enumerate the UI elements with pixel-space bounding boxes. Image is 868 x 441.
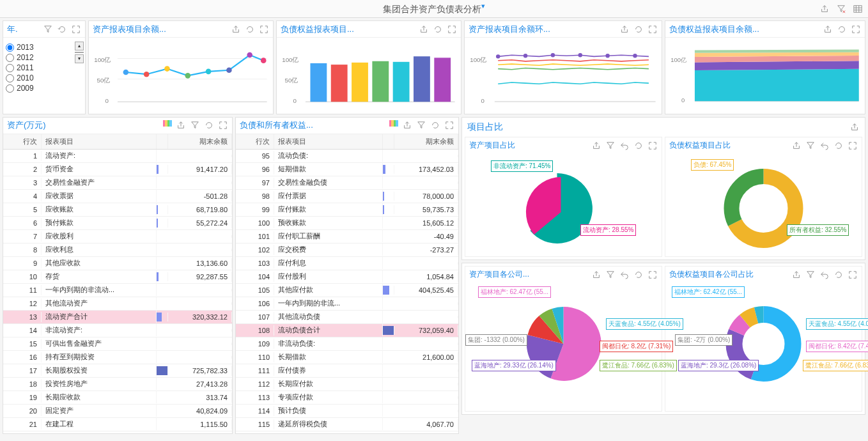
table-row[interactable]: 107其他流动负债 — [236, 311, 458, 324]
export-icon[interactable] — [849, 122, 860, 132]
refresh-icon[interactable] — [833, 270, 844, 280]
scroll-down-icon[interactable]: ▾ — [75, 54, 84, 63]
filter-icon[interactable] — [605, 141, 616, 151]
expand-icon[interactable] — [447, 24, 457, 35]
year-radio[interactable] — [6, 54, 14, 62]
table-row[interactable]: 15可供出售金融资产 — [3, 337, 232, 351]
expand-icon[interactable] — [259, 24, 269, 35]
table-row[interactable]: 20固定资产40,824.09 — [3, 405, 232, 418]
export-icon[interactable] — [231, 24, 241, 35]
expand-icon[interactable] — [647, 141, 658, 151]
export-icon[interactable] — [823, 24, 833, 35]
refresh-icon[interactable] — [633, 270, 644, 280]
year-scrollbar[interactable]: ▴ ▾ — [75, 42, 84, 63]
table-row[interactable]: 111应付债券 — [236, 364, 458, 378]
export-icon[interactable] — [402, 120, 412, 130]
expand-icon[interactable] — [647, 270, 658, 280]
table-row[interactable]: 16持有至到期投资 — [3, 351, 232, 364]
table-row[interactable]: 101应付职工薪酬-40.49 — [236, 230, 458, 244]
year-option-2009[interactable]: 2009 — [6, 84, 82, 93]
export-icon[interactable] — [591, 270, 601, 280]
year-option-2013[interactable]: 2013 — [6, 43, 82, 52]
table-row[interactable]: 106一年内到期的非流... — [236, 297, 458, 311]
year-radio[interactable] — [6, 64, 14, 72]
table-row[interactable]: 104应付股利1,054.84 — [236, 270, 458, 284]
export-icon[interactable] — [591, 141, 601, 151]
table-row[interactable]: 5应收账款68,719.80 — [3, 203, 232, 217]
export-icon[interactable] — [176, 120, 186, 130]
filter-icon[interactable] — [43, 24, 53, 35]
table-row[interactable]: 114预计负债 — [236, 405, 458, 418]
table-row[interactable]: 17长期股权投资725,782.33 — [3, 364, 232, 378]
expand-icon[interactable] — [444, 120, 454, 130]
col-item[interactable]: 报表项目 — [274, 134, 383, 149]
table-row[interactable]: 21在建工程1,115.50 — [3, 418, 232, 431]
table-row[interactable]: 99应付账款59,735.73 — [236, 203, 458, 217]
table-row[interactable]: 105其他应付款404,525.45 — [236, 284, 458, 297]
columns-icon[interactable] — [163, 120, 172, 127]
col-index[interactable]: 行次 — [3, 134, 42, 149]
refresh-icon[interactable] — [633, 141, 644, 151]
table-row[interactable]: 10存货92,287.55 — [3, 270, 232, 284]
refresh-icon[interactable] — [245, 24, 255, 35]
table-row[interactable]: 103应付利息 — [236, 257, 458, 270]
table-row[interactable]: 102应交税费-273.27 — [236, 244, 458, 257]
table-row[interactable]: 100预收账款15,605.12 — [236, 217, 458, 230]
year-radio[interactable] — [6, 43, 14, 52]
expand-icon[interactable] — [71, 24, 81, 35]
table-row[interactable]: 18投资性房地产27,413.28 — [3, 378, 232, 391]
filter-icon[interactable] — [605, 270, 616, 280]
year-radio[interactable] — [6, 74, 14, 82]
table-row[interactable]: 4应收票据-501.28 — [3, 190, 232, 203]
col-balance[interactable]: 期末余额 — [394, 134, 458, 149]
table-row[interactable]: 95流动负债: — [236, 150, 458, 163]
assets-body[interactable]: 1流动资产:2货币资金91,417.203交易性金融资产4应收票据-501.28… — [3, 150, 232, 433]
table-row[interactable]: 6预付账款55,272.24 — [3, 217, 232, 230]
refresh-icon[interactable] — [833, 141, 844, 151]
table-row[interactable]: 8应收利息 — [3, 244, 232, 257]
filter-clear-icon[interactable] — [836, 4, 846, 14]
export-icon[interactable] — [791, 270, 802, 280]
expand-icon[interactable] — [647, 24, 658, 35]
table-row[interactable]: 9其他应收款13,136.60 — [3, 257, 232, 270]
filter-icon[interactable] — [805, 141, 816, 151]
col-item[interactable]: 报表项目 — [42, 134, 157, 149]
filter-icon[interactable] — [416, 120, 426, 130]
table-row[interactable]: 97交易性金融负债 — [236, 176, 458, 190]
table-row[interactable]: 110长期借款21,600.00 — [236, 351, 458, 364]
table-icon[interactable] — [853, 4, 863, 14]
liab-body[interactable]: 95流动负债:96短期借款173,452.0397交易性金融负债98应付票据78… — [236, 150, 458, 433]
expand-icon[interactable] — [218, 120, 228, 130]
expand-icon[interactable] — [851, 24, 861, 35]
filter-icon[interactable] — [805, 270, 816, 280]
columns-icon[interactable] — [389, 120, 398, 127]
export-icon[interactable] — [791, 141, 802, 151]
refresh-icon[interactable] — [430, 120, 440, 130]
table-row[interactable]: 115递延所得税负债4,067.70 — [236, 418, 458, 431]
refresh-icon[interactable] — [204, 120, 214, 130]
table-row[interactable]: 11一年内到期的非流动... — [3, 284, 232, 297]
export-icon[interactable] — [419, 24, 429, 35]
year-option-2011[interactable]: 2011 — [6, 63, 82, 72]
filter-indicator-icon[interactable]: ▾ — [481, 2, 485, 10]
table-row[interactable]: 14非流动资产: — [3, 324, 232, 337]
export-icon[interactable] — [819, 4, 830, 14]
filter-icon[interactable] — [190, 120, 200, 130]
col-balance[interactable]: 期末余额 — [168, 134, 232, 149]
table-row[interactable]: 13流动资产合计320,332.12 — [3, 311, 232, 324]
undo-icon[interactable] — [819, 270, 830, 280]
col-index[interactable]: 行次 — [236, 134, 274, 149]
table-row[interactable]: 12其他流动资产 — [3, 297, 232, 311]
table-row[interactable]: 19长期应收款313.74 — [3, 391, 232, 405]
table-row[interactable]: 108流动负债合计732,059.40 — [236, 324, 458, 337]
year-option-2010[interactable]: 2010 — [6, 74, 82, 82]
table-row[interactable]: 109非流动负债: — [236, 337, 458, 351]
table-row[interactable]: 7应收股利 — [3, 230, 232, 244]
table-row[interactable]: 113专项应付款 — [236, 391, 458, 405]
undo-icon[interactable] — [819, 141, 830, 151]
table-row[interactable]: 112长期应付款 — [236, 378, 458, 391]
undo-icon[interactable] — [619, 270, 630, 280]
expand-icon[interactable] — [848, 270, 858, 280]
table-row[interactable]: 98应付票据78,000.00 — [236, 190, 458, 203]
export-icon[interactable] — [619, 24, 630, 35]
